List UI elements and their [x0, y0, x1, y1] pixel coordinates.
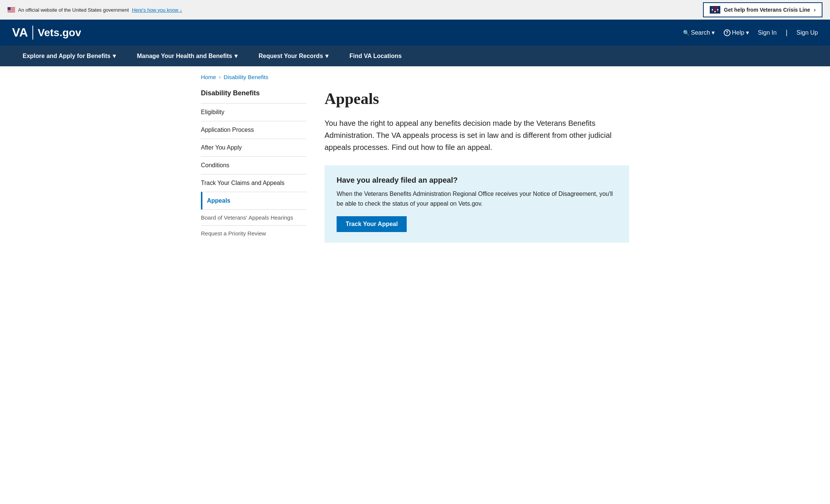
page-description: You have the right to appeal any benefit…: [325, 117, 629, 153]
svg-rect-4: [8, 10, 15, 11]
sidebar-link-application-process[interactable]: Application Process: [201, 121, 306, 139]
search-icon: 🔍: [683, 30, 689, 36]
explore-chevron-icon: ▾: [113, 52, 116, 60]
page-title: Appeals: [325, 89, 629, 108]
track-appeal-button[interactable]: Track Your Appeal: [337, 216, 407, 232]
svg-rect-6: [8, 12, 15, 12]
crisis-line-arrow: ›: [814, 7, 816, 13]
svg-rect-5: [8, 11, 15, 11]
svg-point-17: [717, 11, 718, 12]
appeal-box-title: Have you already filed an appeal?: [337, 176, 617, 185]
sidebar-link-appeals[interactable]: Appeals: [207, 192, 306, 209]
crisis-line-icon: [710, 6, 720, 14]
sidebar-item-conditions: Conditions: [201, 156, 306, 174]
records-chevron-icon: ▾: [325, 52, 328, 60]
breadcrumb-separator: ›: [219, 74, 221, 80]
sidebar-link-after-you-apply[interactable]: After You Apply: [201, 139, 306, 156]
header-nav-divider: |: [786, 29, 787, 37]
sign-in-button[interactable]: Sign In: [758, 29, 777, 36]
appeal-box: Have you already filed an appeal? When t…: [325, 165, 629, 242]
sidebar-nav: Eligibility Application Process After Yo…: [201, 103, 306, 241]
logo-va: VA: [12, 26, 33, 40]
svg-point-11: [717, 7, 718, 9]
help-button[interactable]: ? Help ▾: [724, 29, 749, 36]
svg-point-13: [714, 9, 716, 11]
svg-rect-7: [8, 7, 11, 10]
svg-point-12: [712, 9, 713, 11]
logo-vets: Vets.gov: [38, 27, 81, 39]
help-chevron-icon: ▾: [746, 29, 749, 36]
sign-up-button[interactable]: Sign Up: [796, 29, 818, 36]
sidebar-item-eligibility: Eligibility: [201, 103, 306, 121]
site-logo[interactable]: VA Vets.gov: [12, 26, 81, 40]
sidebar-link-track-claims[interactable]: Track Your Claims and Appeals: [201, 174, 306, 192]
search-chevron-icon: ▾: [712, 29, 715, 36]
sidebar: Disability Benefits Eligibility Applicat…: [201, 89, 306, 255]
svg-point-9: [712, 7, 713, 9]
header-nav: 🔍 Search ▾ ? Help ▾ Sign In | Sign Up: [683, 29, 818, 37]
gov-banner-text: An official website of the United States…: [18, 7, 129, 13]
sidebar-item-after-you-apply: After You Apply: [201, 139, 306, 156]
sidebar-item-priority-review: Request a Priority Review: [201, 225, 306, 241]
breadcrumb-current: Disability Benefits: [224, 74, 268, 80]
crisis-line-banner[interactable]: Get help from Veterans Crisis Line ›: [703, 2, 822, 17]
content-wrapper: Home › Disability Benefits Disability Be…: [189, 66, 641, 262]
breadcrumb-home-link[interactable]: Home: [201, 74, 216, 80]
nav-explore-benefits[interactable]: Explore and Apply for Benefits ▾: [12, 46, 126, 66]
sidebar-item-appeals: Appeals: [201, 192, 306, 209]
manage-chevron-icon: ▾: [234, 52, 237, 60]
appeal-box-description: When the Veterans Benefits Administratio…: [337, 189, 617, 208]
sidebar-link-eligibility[interactable]: Eligibility: [201, 104, 306, 121]
main-content: Appeals You have the right to appeal any…: [325, 89, 629, 255]
main-nav-bar: Explore and Apply for Benefits ▾ Manage …: [0, 46, 830, 66]
breadcrumb: Home › Disability Benefits: [201, 74, 629, 80]
gov-banner: An official website of the United States…: [0, 0, 830, 20]
svg-point-16: [714, 11, 716, 12]
main-header: VA Vets.gov 🔍 Search ▾ ? Help ▾ Sign In …: [0, 20, 830, 46]
svg-point-10: [714, 7, 716, 9]
us-flag-icon: [8, 7, 15, 12]
nav-find-locations[interactable]: Find VA Locations: [339, 46, 412, 66]
sidebar-item-application-process: Application Process: [201, 121, 306, 139]
main-layout: Disability Benefits Eligibility Applicat…: [201, 89, 629, 255]
crisis-flag-icon: [710, 6, 720, 14]
how-you-know-link[interactable]: Here's how you know ↓: [132, 7, 182, 13]
sidebar-subnav: Board of Veterans' Appeals Hearings Requ…: [201, 209, 306, 241]
svg-point-14: [717, 9, 718, 11]
search-button[interactable]: 🔍 Search ▾: [683, 29, 715, 36]
nav-request-records[interactable]: Request Your Records ▾: [248, 46, 339, 66]
sidebar-item-track-claims: Track Your Claims and Appeals: [201, 174, 306, 192]
sidebar-link-conditions[interactable]: Conditions: [201, 157, 306, 174]
nav-manage-health[interactable]: Manage Your Health and Benefits ▾: [126, 46, 248, 66]
svg-point-15: [712, 11, 713, 12]
sidebar-section-title: Disability Benefits: [201, 89, 306, 97]
crisis-line-label: Get help from Veterans Crisis Line: [724, 7, 810, 13]
help-icon: ?: [724, 29, 730, 36]
sidebar-link-board-hearings[interactable]: Board of Veterans' Appeals Hearings: [201, 210, 306, 225]
sidebar-link-priority-review[interactable]: Request a Priority Review: [201, 226, 306, 241]
sidebar-item-board-hearings: Board of Veterans' Appeals Hearings: [201, 209, 306, 225]
gov-banner-left: An official website of the United States…: [8, 7, 182, 13]
